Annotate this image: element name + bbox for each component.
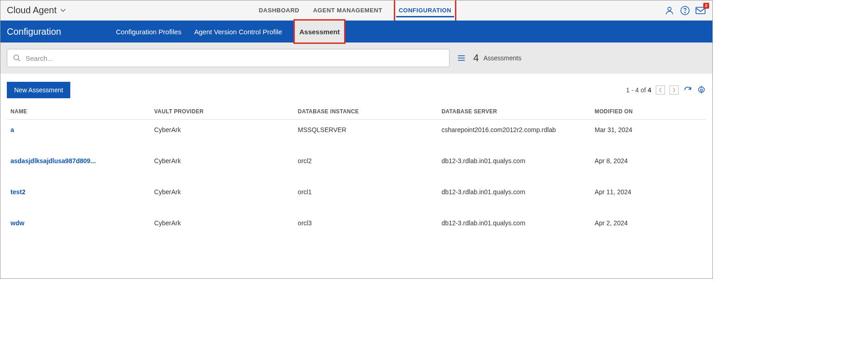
pager-prev-button[interactable] (656, 85, 665, 95)
mail-icon[interactable]: 2 (695, 5, 706, 16)
topnav-agent-management[interactable]: AGENT MANAGEMENT (313, 0, 382, 20)
subtab-version-control[interactable]: Agent Version Control Profile (194, 21, 282, 42)
chevron-down-icon (60, 9, 66, 12)
cell-name[interactable]: wdw (7, 211, 151, 242)
pager: 1 - 4 of 4 (626, 85, 706, 95)
topbar: Cloud Agent DASHBOARD AGENT MANAGEMENT C… (0, 0, 712, 21)
col-dbserver[interactable]: DATABASE SERVER (438, 104, 591, 120)
svg-point-0 (668, 7, 671, 10)
cell-vault: CyberArk (151, 120, 294, 149)
cell-dbinstance: orcl1 (294, 180, 438, 211)
cell-dbinstance: orcl3 (294, 211, 438, 242)
table-row: wdwCyberArkorcl3db12-3.rdlab.in01.qualys… (7, 211, 706, 242)
table-row: aCyberArkMSSQLSERVERcsharepoint2016.com2… (7, 120, 706, 149)
cell-dbserver: db12-3.rdlab.in01.qualys.com (438, 211, 591, 242)
table-row: test2CyberArkorcl1db12-3.rdlab.in01.qual… (7, 180, 706, 211)
subheader-title: Configuration (7, 27, 61, 37)
cell-dbinstance: MSSQLSERVER (294, 120, 438, 149)
search-icon (13, 54, 21, 62)
col-name[interactable]: NAME (7, 104, 151, 120)
cell-dbserver: db12-3.rdlab.in01.qualys.com (438, 149, 591, 180)
chevron-right-icon (672, 87, 676, 93)
col-modified[interactable]: MODIFIED ON (591, 104, 706, 120)
subtabs: Configuration Profiles Agent Version Con… (116, 21, 344, 42)
cell-name[interactable]: asdasjdlksajdlusa987d809... (7, 149, 151, 180)
svg-point-4 (14, 55, 19, 60)
cell-modified: Apr 2, 2024 (591, 211, 706, 242)
cell-dbinstance: orcl2 (294, 149, 438, 180)
action-row: New Assessment 1 - 4 of 4 (7, 82, 706, 98)
col-dbinstance[interactable]: DATABASE INSTANCE (294, 104, 438, 120)
table-row: asdasjdlksajdlusa987d809...CyberArkorcl2… (7, 149, 706, 180)
search-input[interactable] (26, 54, 444, 62)
svg-point-9 (701, 89, 703, 91)
col-vault[interactable]: VAULT PROVIDER (151, 104, 294, 120)
top-icons: 2 (664, 5, 706, 16)
search-box[interactable] (7, 49, 450, 67)
svg-point-2 (685, 12, 685, 12)
count-label: Assessments (483, 54, 521, 62)
pager-next-button[interactable] (669, 85, 679, 95)
topnav-configuration[interactable]: CONFIGURATION (396, 0, 454, 20)
chevron-left-icon (659, 87, 662, 93)
mail-badge: 2 (703, 3, 709, 9)
refresh-icon[interactable] (683, 85, 692, 95)
cell-name[interactable]: a (7, 120, 151, 149)
svg-line-5 (18, 59, 20, 61)
topnav: DASHBOARD AGENT MANAGEMENT CONFIGURATION (259, 0, 454, 20)
pager-text: 1 - 4 of 4 (626, 86, 651, 94)
cell-modified: Mar 31, 2024 (591, 120, 706, 149)
cell-dbserver: csharepoint2016.com2012r2.comp.rdlab (438, 120, 591, 149)
app-title-text: Cloud Agent (7, 5, 57, 16)
topnav-dashboard[interactable]: DASHBOARD (259, 0, 299, 20)
cell-modified: Apr 11, 2024 (591, 180, 706, 211)
new-assessment-button[interactable]: New Assessment (7, 82, 70, 98)
cell-vault: CyberArk (151, 211, 294, 242)
cell-name[interactable]: test2 (7, 180, 151, 211)
app-switcher[interactable]: Cloud Agent (7, 5, 66, 16)
subtab-assessment[interactable]: Assessment (295, 21, 344, 42)
search-row: 4 Assessments (0, 42, 712, 74)
user-icon[interactable] (664, 5, 675, 16)
subtab-config-profiles[interactable]: Configuration Profiles (116, 21, 181, 42)
cell-vault: CyberArk (151, 149, 294, 180)
cell-dbserver: db12-3.rdlab.in01.qualys.com (438, 180, 591, 211)
count-block: 4 Assessments (473, 52, 522, 64)
assessments-table: NAME VAULT PROVIDER DATABASE INSTANCE DA… (7, 104, 706, 242)
gear-icon[interactable] (697, 85, 706, 95)
subheader: Configuration Configuration Profiles Age… (0, 21, 712, 42)
help-icon[interactable] (680, 5, 690, 16)
cell-modified: Apr 8, 2024 (591, 149, 706, 180)
cell-vault: CyberArk (151, 180, 294, 211)
filter-icon[interactable] (457, 53, 466, 63)
count-number: 4 (473, 52, 479, 64)
content: New Assessment 1 - 4 of 4 NAME VAULT PRO… (0, 74, 712, 242)
